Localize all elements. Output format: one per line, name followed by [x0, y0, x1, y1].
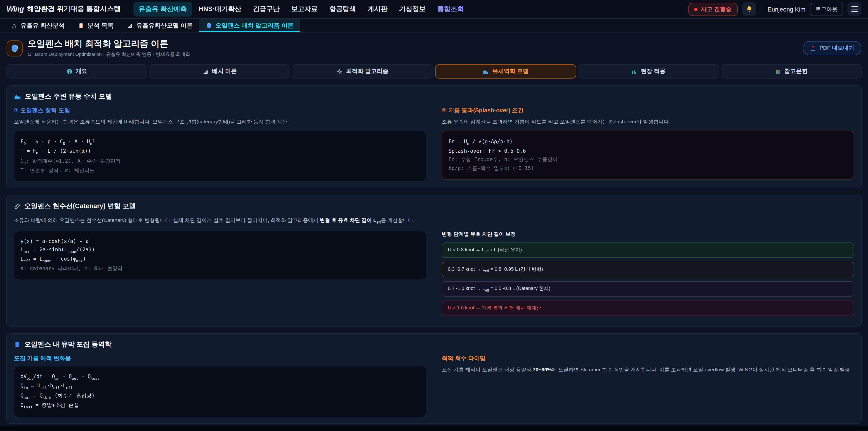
- app-title: 해양환경 위기대응 통합시스템: [27, 4, 121, 14]
- main-nav: 유출유 확산예측 HNS·대기확산 긴급구난 보고자료 항공탐색 게시판 기상정…: [133, 2, 469, 17]
- tab-label: 개요: [75, 68, 87, 75]
- volume-rate-formula-block: dVoil/dt = Qin - Qout - Qloss Qin = Uoil…: [14, 366, 426, 417]
- card-title: 오일펜스 현수선(Catenary) 변형 모델: [24, 202, 136, 211]
- formula-line: Qout = Qskim (회수기 흡입량): [21, 392, 420, 400]
- subtab-spill-analysis[interactable]: 유출유 확산분석: [4, 19, 71, 32]
- drag-model-heading: ① 오일펜스 항력 모델: [14, 107, 426, 115]
- pdf-export-button[interactable]: PDF 내보내기: [803, 41, 862, 55]
- page-shield-icon: [6, 40, 23, 56]
- catenary-formula-column: y(x) = a·cosh(x/a) - a Larc = 2a·sinh(Ls…: [14, 230, 426, 319]
- export-icon: [810, 45, 816, 51]
- subtab-label: 유출유확산모델 이론: [136, 21, 193, 30]
- splash-over-desc: 조류 유속이 임계값을 초과하면 기름이 파도를 타고 오일펜스를 넘어가는 S…: [442, 118, 854, 126]
- card-catenary-model: 오일펜스 현수선(Catenary) 변형 모델 조류와 바람에 의해 오일펜스…: [6, 195, 862, 326]
- formula-line: Fr = Un / √(g·Δρ/ρ·h): [448, 138, 848, 146]
- formula-note: CD: 항력계수(≈1.2), A: 수중 투영면적: [21, 157, 420, 165]
- formula-note: T: 연결부 장력, α: 체인각도: [21, 167, 420, 175]
- tab-deployment-theory[interactable]: 배치 이론: [149, 64, 290, 79]
- books-icon: [775, 68, 781, 74]
- tab-references[interactable]: 참고문헌: [721, 64, 862, 79]
- page-title-block: 오일펜스 배치 최적화 알고리즘 이론 Oil Boom Deployment …: [28, 38, 190, 58]
- drag-model-column: ① 오일펜스 항력 모델 오일펜스에 작용하는 항력은 조류속도의 제곱에 비례…: [14, 107, 426, 182]
- card-fluid-model: 오일펜스 주변 유동 수치 모델 ① 오일펜스 항력 모델 오일펜스에 작용하는…: [6, 85, 862, 188]
- card-capture-dynamics: 오일펜스 내 유막 포집 동역학 포집 기름 체적 변화율 dVoil/dt =…: [6, 333, 862, 424]
- card-catenary-title-row: 오일펜스 현수선(Catenary) 변형 모델: [14, 202, 854, 211]
- tab-hydrodynamics-model[interactable]: 유체역학 모델: [435, 64, 576, 79]
- incident-badge-label: 사고 진행중: [701, 5, 732, 13]
- tab-label: 참고문헌: [784, 68, 808, 75]
- volume-rate-column: 포집 기름 체적 변화율 dVoil/dt = Qin - Qout - Qlo…: [14, 355, 426, 417]
- nav-item-weather-info[interactable]: 기상정보: [394, 2, 431, 17]
- formula-line: Splash-over: Fr > 0.5~0.6: [448, 148, 848, 154]
- pdf-export-label: PDF 내보내기: [819, 44, 854, 52]
- correction-row-danger: U > 1.0 knot → 기름 통과 위험·배치 재계산: [442, 300, 854, 316]
- subtab-boom-algorithm-theory[interactable]: 오일펜스 배치 알고리즘 이론: [199, 19, 300, 32]
- catenary-formula-block: y(x) = a·cosh(x/a) - a Larc = 2a·sinh(Ls…: [14, 230, 426, 280]
- drag-model-formula-block: FD = ½ · ρ · CD · A · Un² T = FD · L / (…: [14, 131, 426, 182]
- formula-line: Larc = 2a·sinh(Lspan/(2a)): [21, 246, 420, 254]
- app-logo[interactable]: Wing 해양환경 위기대응 통합시스템: [6, 4, 121, 14]
- card-title: 오일펜스 내 유막 포집 동역학: [24, 340, 112, 349]
- tab-field-application[interactable]: 현장 적용: [578, 64, 719, 79]
- correction-column: 변형 단계별 유효 차단 길이 보정 U < 0.3 knot → Leff ≈…: [442, 230, 854, 319]
- formula-line: Qin = Uoil·hoil·Leff: [21, 382, 420, 390]
- recovery-timing-desc: 포집 기름 체적이 오일펜스 저장 용량의 70~80%에 도달하면 Skimm…: [442, 366, 854, 374]
- subtab-analysis-list[interactable]: 분석 목록: [71, 19, 120, 32]
- subtab-label: 분석 목록: [88, 21, 114, 30]
- nav-item-oil-spill-forecast[interactable]: 유출유 확산예측: [133, 2, 192, 17]
- book-icon: [14, 341, 20, 348]
- subtab-model-theory[interactable]: 유출유확산모델 이론: [120, 19, 199, 32]
- page-title: 오일펜스 배치 최적화 알고리즘 이론: [28, 38, 190, 50]
- menu-button[interactable]: [847, 2, 861, 16]
- logout-button[interactable]: 로그아웃: [810, 2, 843, 16]
- divider: [762, 5, 762, 13]
- correction-row-straight: U < 0.3 knot → Leff ≈ L (직선 유지): [442, 242, 854, 258]
- bottom-bar: [0, 426, 868, 431]
- wave-icon: [482, 68, 489, 74]
- correction-row-mild: 0.3~0.7 knot → Leff = 0.8~0.95 L (경미 변형): [442, 261, 854, 277]
- tab-label: 최적화 알고리즘: [346, 68, 388, 75]
- microscope-icon: [11, 22, 17, 29]
- nav-item-emergency-rescue[interactable]: 긴급구난: [248, 2, 285, 17]
- formula-line: Leff = Lspan · cos(φmax): [21, 256, 420, 263]
- link-icon: [14, 203, 20, 210]
- subtab-label: 오일펜스 배치 알고리즘 이론: [215, 21, 293, 30]
- nav-item-integrated-search[interactable]: 통합조회: [432, 2, 469, 17]
- user-name: Eunjeong Kim: [768, 6, 806, 12]
- chart-icon: [631, 68, 638, 74]
- formula-line: FD = ½ · ρ · CD · A · Un²: [21, 138, 420, 146]
- divider: [127, 5, 127, 13]
- card-capture-title-row: 오일펜스 내 유막 포집 동역학: [14, 340, 854, 349]
- correction-heading: 변형 단계별 유효 차단 길이 보정: [442, 230, 854, 238]
- page-subtitle: Oil Boom Deployment Optimization · 유출유 확…: [28, 52, 190, 58]
- catenary-desc: 조류와 바람에 의해 오일펜스는 현수선(Catenary) 형태로 변형됩니다…: [14, 217, 854, 225]
- tab-label: 현장 적용: [641, 68, 665, 75]
- tab-overview[interactable]: 개요: [6, 64, 147, 79]
- drag-model-desc: 오일펜스에 작용하는 항력은 조류속도의 제곱에 비례합니다. 오일펜스 구조 …: [14, 118, 426, 126]
- recovery-timing-heading: 최적 회수 타이밍: [442, 355, 854, 362]
- nav-item-hns-dispersion[interactable]: HNS·대기확산: [193, 2, 246, 17]
- topbar-right-cluster: 사고 진행중 Eunjeong Kim 로그아웃: [688, 2, 861, 16]
- card-fluid-title-row: 오일펜스 주변 유동 수치 모델: [14, 92, 854, 101]
- tab-optimization-algorithm[interactable]: 최적화 알고리즘: [292, 64, 433, 79]
- incident-status-badge[interactable]: 사고 진행중: [688, 2, 738, 16]
- sub-tab-bar: 유출유 확산분석 분석 목록 유출유확산모델 이론 오일펜스 배치 알고리즘 이…: [0, 19, 868, 33]
- volume-rate-heading: 포집 기름 체적 변화율: [14, 355, 426, 362]
- triangle-ruler-icon: [203, 68, 209, 74]
- tab-label: 유체역학 모델: [492, 68, 528, 75]
- section-tab-bar: 개요 배치 이론 최적화 알고리즘 유체역학 모델 현장 적용: [6, 64, 862, 79]
- bell-icon: [745, 5, 753, 13]
- nav-item-board[interactable]: 게시판: [363, 2, 393, 17]
- recovery-timing-column: 최적 회수 타이밍 포집 기름 체적이 오일펜스 저장 용량의 70~80%에 …: [442, 355, 854, 417]
- notifications-button[interactable]: [742, 2, 756, 16]
- red-dot-icon: [694, 7, 698, 11]
- subtab-label: 유출유 확산분석: [21, 21, 65, 30]
- globe-icon: [66, 68, 72, 74]
- splash-over-heading: ② 기름 통과(Splash-over) 조건: [442, 107, 854, 115]
- nav-item-reports[interactable]: 보고자료: [286, 2, 323, 17]
- formula-note: a: catenary 파라미터, φ: 최대 편향각: [21, 265, 420, 273]
- nav-item-aerial-search[interactable]: 항공탐색: [324, 2, 361, 17]
- card-title: 오일펜스 주변 유동 수치 모델: [25, 92, 112, 101]
- gear-icon: [337, 68, 343, 74]
- hamburger-icon: [851, 6, 858, 12]
